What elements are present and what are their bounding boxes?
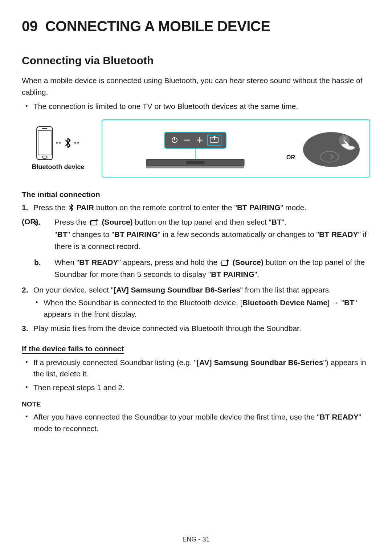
step-b: b. When "BT READY" appears, press and ho… [44,256,370,281]
step-3: 3. Play music files from the device conn… [33,323,370,334]
fails-item-2: Then repeat steps 1 and 2. [33,382,370,393]
limit-note: The connection is limited to one TV or t… [33,101,370,112]
source-icon [90,219,99,226]
phone-icon [36,126,53,160]
connection-diagram: •• •• Bluetooth device [22,119,370,177]
section-heading: Connecting via Bluetooth [22,54,370,67]
remote-illustration [301,130,362,169]
svg-rect-1 [38,130,51,155]
initial-connection-heading: The initial connection [22,190,370,199]
bluetooth-icon [69,204,74,211]
bluetooth-icon [64,138,72,148]
page-footer: ENG - 31 [0,536,392,543]
svg-point-3 [42,156,47,158]
svg-rect-7 [164,132,226,148]
soundbar-illustration [143,128,248,172]
step-a: a. Press the (Source) button on the top … [44,216,370,253]
svg-rect-2 [42,128,47,129]
step-2-sub: When the Soundbar is connected to the Bl… [44,297,370,320]
or-block: (OR) a. Press the (Source) button on the… [44,216,370,281]
source-icon [220,259,230,266]
note-item-1: After you have connected the Soundbar to… [33,411,370,434]
svg-rect-5 [146,166,244,168]
signal-dots-right: •• [74,139,80,147]
signal-dots-left: •• [56,139,62,147]
svg-rect-6 [186,161,204,164]
step-2: 2. On your device, select "[AV] Samsung … [33,284,370,320]
note-heading: NOTE [22,400,370,408]
fails-heading: If the device fails to connect [22,344,370,353]
bt-device-label: Bluetooth device [22,163,94,171]
or-label: OR [286,154,295,161]
page-title: 09 CONNECTING A MOBILE DEVICE [22,18,370,34]
step-1: 1. Press the PAIR button on the remote c… [33,202,370,213]
fails-item-1: If a previously connected Soundbar listi… [33,357,370,380]
soundbar-panel: OR [102,119,370,177]
intro-text: When a mobile device is connected using … [22,75,370,98]
